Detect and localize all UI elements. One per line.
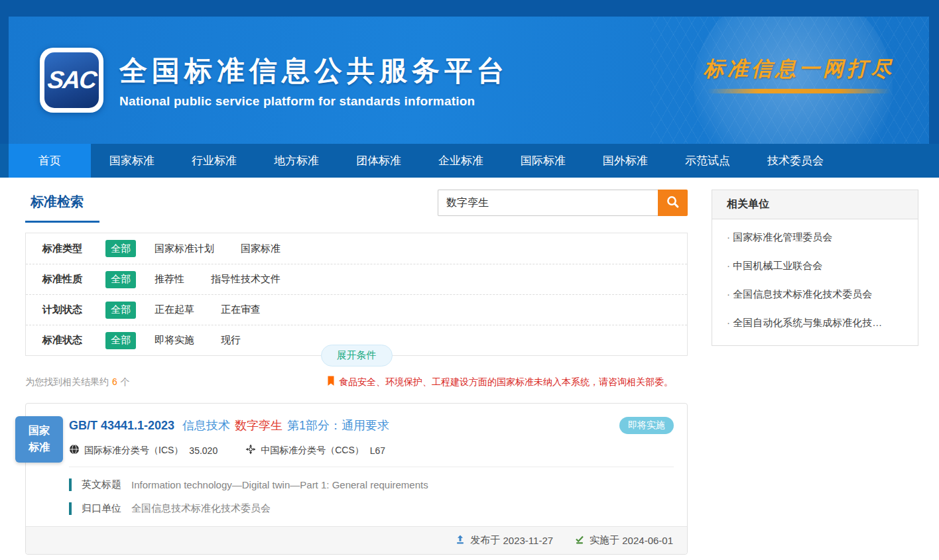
main-nav: 首页 国家标准 行业标准 地方标准 团体标准 企业标准 国际标准 国外标准 示范… — [0, 144, 939, 178]
compass-icon — [245, 444, 261, 457]
ics-classification: 国际标准分类号（ICS） 35.020 — [69, 444, 218, 457]
magnifier-icon — [666, 195, 680, 211]
filter-panel: 标准类型 全部 国家标准计划 国家标准 标准性质 全部 推荐性 指导性技术文件 … — [25, 233, 688, 356]
nav-item-group-standards[interactable]: 团体标准 — [338, 144, 420, 178]
site-subtitle: National public service platform for sta… — [119, 94, 509, 109]
english-title-label: 英文标题 — [82, 478, 121, 491]
nav-item-national-standards[interactable]: 国家标准 — [91, 144, 173, 178]
implemented-date-item: 实施于 2024-06-01 — [574, 534, 673, 547]
filter-all-button[interactable]: 全部 — [105, 302, 136, 319]
nav-item-technical-committee[interactable]: 技术委员会 — [749, 144, 842, 178]
standard-title-part[interactable]: 信息技术 — [182, 418, 230, 433]
filter-option[interactable]: 国家标准 — [241, 243, 281, 255]
standard-code-link[interactable]: GB/T 43441.1-2023 — [69, 419, 174, 433]
related-units-title: 相关单位 — [712, 190, 918, 219]
english-title-row: 英文标题 Information technology—Digital twin… — [69, 478, 674, 491]
slogan-underline — [708, 89, 891, 93]
published-date-item: 发布于 2023-11-27 — [455, 534, 553, 547]
nav-item-foreign-standards[interactable]: 国外标准 — [584, 144, 666, 178]
ics-value: 35.020 — [189, 445, 218, 456]
expand-conditions-button[interactable]: 展开条件 — [321, 345, 393, 366]
filter-all-button[interactable]: 全部 — [105, 271, 136, 288]
system-notice: 食品安全、环境保护、工程建设方面的国家标准未纳入本系统，请咨询相关部委。 — [327, 376, 673, 388]
notice-text: 食品安全、环境保护、工程建设方面的国家标准未纳入本系统，请咨询相关部委。 — [339, 376, 673, 388]
ccs-label: 中国标准分类号（CCS） — [261, 445, 364, 457]
filter-option[interactable]: 正在起草 — [155, 304, 194, 316]
department-row: 归口单位 全国信息技术标准化技术委员会 — [69, 502, 674, 515]
standard-title-part[interactable]: 第1部分：通用要求 — [287, 418, 389, 433]
filter-option[interactable]: 正在审查 — [221, 304, 261, 316]
related-units-panel: 相关单位 国家标准化管理委员会 中国机械工业联合会 全国信息技术标准化技术委员会… — [712, 190, 918, 346]
search-input[interactable] — [438, 190, 658, 216]
published-label: 发布于 — [470, 534, 500, 547]
ccs-value: L67 — [370, 445, 385, 456]
nav-item-local-standards[interactable]: 地方标准 — [255, 144, 338, 178]
english-title-value: Information technology—Digital twin—Part… — [131, 479, 428, 490]
filter-row-standard-type: 标准类型 全部 国家标准计划 国家标准 — [26, 233, 687, 264]
page-header: SAC 全国标准信息公共服务平台 National public service… — [0, 0, 939, 144]
nav-item-enterprise-standards[interactable]: 企业标准 — [420, 144, 502, 178]
filter-all-button[interactable]: 全部 — [105, 240, 136, 257]
related-unit-link[interactable]: 全国信息技术标准化技术委员会 — [727, 280, 908, 309]
filter-label: 标准状态 — [42, 334, 105, 347]
status-badge: 即将实施 — [619, 417, 674, 434]
result-card: 国家 标准 GB/T 43441.1-2023 信息技术 数字孪生 第1部分：通… — [25, 403, 688, 555]
results-count: 6 — [112, 376, 117, 387]
implemented-date: 2024-06-01 — [622, 535, 673, 546]
section-title-standard-search: 标准检索 — [25, 193, 99, 223]
related-unit-link[interactable]: 国家标准化管理委员会 — [727, 223, 908, 252]
filter-row-standard-nature: 标准性质 全部 推荐性 指导性技术文件 — [26, 264, 687, 294]
bookmark-icon — [327, 376, 339, 388]
filter-option[interactable]: 即将实施 — [155, 334, 194, 347]
upload-icon — [455, 534, 470, 547]
filter-option[interactable]: 指导性技术文件 — [211, 273, 281, 286]
implemented-label: 实施于 — [590, 534, 619, 547]
divider — [69, 467, 674, 467]
filter-row-plan-status: 计划状态 全部 正在起草 正在审查 — [26, 294, 687, 325]
standard-title-highlight[interactable]: 数字孪生 — [235, 418, 282, 433]
nav-item-international-standards[interactable]: 国际标准 — [502, 144, 584, 178]
ics-label: 国际标准分类号（ICS） — [84, 445, 183, 457]
filter-option[interactable]: 推荐性 — [155, 273, 184, 286]
filter-option[interactable]: 国家标准计划 — [155, 243, 214, 255]
search-bar — [438, 190, 688, 216]
nav-item-home[interactable]: 首页 — [9, 144, 91, 178]
search-button[interactable] — [658, 190, 688, 216]
slogan-text: 标准信息一网打尽 — [704, 55, 895, 83]
department-value: 全国信息技术标准化技术委员会 — [131, 502, 271, 515]
row-accent-bar — [69, 502, 72, 515]
card-footer: 发布于 2023-11-27 实施于 2024-06-01 — [26, 526, 687, 554]
filter-all-button[interactable]: 全部 — [105, 332, 136, 349]
site-title: 全国标准信息公共服务平台 — [119, 52, 509, 89]
filter-label: 标准类型 — [42, 243, 105, 255]
results-summary: 为您找到相关结果约6个 — [25, 376, 130, 388]
banner: SAC 全国标准信息公共服务平台 National public service… — [9, 17, 929, 144]
check-icon — [574, 534, 590, 547]
ccs-classification: 中国标准分类号（CCS） L67 — [245, 444, 385, 457]
national-standard-badge[interactable]: 国家 标准 — [15, 416, 63, 463]
globe-icon — [69, 444, 84, 457]
content-area: 标准检索 标准类型 全部 国家标准计划 国家标准 — [0, 178, 939, 555]
related-unit-link[interactable]: 全国自动化系统与集成标准化技… — [727, 309, 908, 337]
banner-slogan: 标准信息一网打尽 — [704, 55, 895, 93]
sac-logo: SAC — [40, 48, 103, 113]
published-date: 2023-11-27 — [503, 535, 553, 546]
filter-label: 计划状态 — [42, 304, 105, 316]
sac-logo-text: SAC — [46, 66, 97, 94]
row-accent-bar — [69, 478, 72, 491]
filter-label: 标准性质 — [42, 273, 105, 286]
nav-item-pilot[interactable]: 示范试点 — [666, 144, 749, 178]
filter-option[interactable]: 现行 — [221, 334, 241, 347]
nav-item-industry-standards[interactable]: 行业标准 — [173, 144, 255, 178]
department-label: 归口单位 — [82, 502, 121, 515]
related-unit-link[interactable]: 中国机械工业联合会 — [727, 252, 908, 280]
